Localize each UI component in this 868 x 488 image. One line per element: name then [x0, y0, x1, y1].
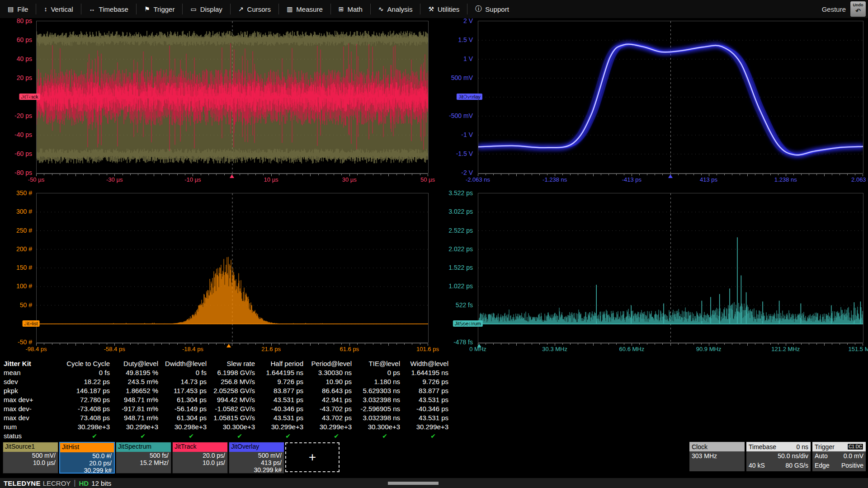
- cursor-arrow-icon: ↗: [238, 5, 244, 13]
- x-axis-jittrack: -50 µs-30 µs-10 µs10 µs30 µs50 µs: [36, 174, 428, 184]
- measure-value: 1.644195 ns: [400, 368, 448, 377]
- axis-tick: [847, 174, 848, 175]
- axis-tick: [593, 343, 594, 346]
- add-trace-button[interactable]: +: [285, 442, 340, 472]
- trace-descriptor-jittrack[interactable]: JitTrack20.0 ps/10.0 µs/: [172, 442, 228, 474]
- axis-tick: [662, 174, 663, 175]
- y-tick-label: 522 fs: [456, 301, 473, 309]
- axis-tick: [585, 343, 586, 345]
- axis-tick: [107, 174, 107, 175]
- menu-item-analysis[interactable]: ∿Analysis: [371, 0, 420, 18]
- axis-tick: [647, 174, 647, 175]
- axis-tick: [396, 343, 397, 345]
- trace-descriptor-jithist[interactable]: JitHist50.0 #/20.0 ps/30.299 k#: [59, 442, 115, 474]
- trace-descriptor-title: JitOverlay: [229, 442, 284, 452]
- measure-value: 0 fs: [61, 368, 110, 377]
- measure-value: 73.408 ps: [61, 413, 110, 422]
- clock-box[interactable]: Clock 303 MHz: [689, 442, 745, 471]
- axis-tick: [763, 174, 763, 175]
- plot-jitoverlay[interactable]: JitOverlay: [478, 21, 863, 174]
- measure-value: 948.71 m%: [110, 413, 158, 422]
- trace-descriptor-jitoverlay[interactable]: JitOverlay500 mV/413 ps/30.299 k#: [229, 442, 284, 474]
- column-header-2: Duty@level: [110, 359, 158, 368]
- axis-tick: [624, 174, 624, 175]
- timebase-scale-row: 50.0 ns/div: [746, 451, 811, 461]
- x-tick-label: -1.238 ns: [542, 176, 567, 183]
- measure-value: 30.299e+3: [303, 422, 352, 432]
- menu-item-cursors[interactable]: ↗Cursors: [231, 0, 278, 18]
- undo-button[interactable]: Undo ↶: [850, 1, 866, 17]
- row-label: max dev+: [4, 395, 61, 404]
- trace-descriptor-settings: 500 mV/10.0 µs/: [3, 452, 58, 466]
- menu-item-file[interactable]: ▤File: [0, 0, 36, 18]
- trace-descriptor-jitspectrum[interactable]: JitSpectrum500 fs/15.2 MHz/: [116, 442, 171, 474]
- axis-tick: [232, 343, 232, 346]
- ruler-icon: ▥: [287, 5, 292, 13]
- axis-tick: [501, 343, 501, 345]
- axis-tick: [248, 343, 248, 345]
- axis-tick: [609, 343, 609, 345]
- menu-item-timebase[interactable]: ↔Timebase: [81, 0, 136, 18]
- timebase-box[interactable]: Timebase 0 ns 50.0 ns/div 40 kS 80 GS/s: [746, 442, 811, 471]
- x-tick-label: -18.4 ps: [182, 346, 203, 352]
- plot-jittrack[interactable]: JitTrack: [36, 21, 429, 174]
- menu-item-support[interactable]: ⓘSupport: [467, 0, 517, 18]
- trace-descriptor-settings: 500 mV/413 ps/30.299 k#: [229, 452, 284, 474]
- axis-tick: [365, 343, 365, 345]
- trace-descriptor-settings: 50.0 #/20.0 ps/30.299 k#: [60, 452, 114, 474]
- axis-tick: [263, 174, 264, 175]
- axis-tick: [616, 343, 617, 345]
- measure-value: 30.300e+3: [207, 422, 255, 432]
- taskbar-drag-handle[interactable]: [388, 482, 439, 485]
- axis-tick: [75, 343, 76, 346]
- clock-value-row: 303 MHz: [689, 451, 745, 461]
- trace-descriptor-jitsource1[interactable]: JitSource1500 mV/10.0 µs/: [3, 442, 58, 474]
- measure-value: 9.726 ps: [400, 377, 448, 386]
- trigger-box[interactable]: Trigger C1 DC Auto 0.0 mV Edge Positive: [812, 442, 866, 471]
- axis-tick: [287, 343, 287, 345]
- y-tick-label: -60 ps: [14, 150, 32, 157]
- x-tick-label: 30.3 MHz: [542, 346, 567, 352]
- row-label: mean: [4, 368, 61, 377]
- menu-item-display[interactable]: ▭Display: [183, 0, 230, 18]
- axis-tick: [67, 174, 68, 175]
- axis-tick: [146, 343, 146, 345]
- axis-tick: [216, 343, 217, 345]
- menu-item-vertical[interactable]: ↕Vertical: [36, 0, 80, 18]
- menu-item-math[interactable]: ⊞Math: [331, 0, 370, 18]
- trace-setting-line: 20.0 ps/: [175, 452, 225, 459]
- axis-tick: [539, 174, 540, 175]
- axis-tick: [639, 174, 640, 175]
- trigger-box-header: Trigger C1 DC: [812, 442, 866, 451]
- timebase-offset: 0 ns: [797, 443, 808, 450]
- measure-value: 2.05258 GV/s: [207, 386, 255, 395]
- column-header-3: Dwidth@level: [158, 359, 207, 368]
- status-check-icon: ✔: [352, 432, 400, 441]
- tools-icon: ⚒: [428, 5, 434, 13]
- axis-tick: [91, 343, 91, 345]
- y-tick-label: 40 ps: [17, 55, 32, 62]
- axis-tick: [770, 343, 771, 345]
- menu-item-trigger[interactable]: ⚑Trigger: [137, 0, 183, 18]
- menu-item-measure[interactable]: ▥Measure: [279, 0, 330, 18]
- measure-table-title: Jitter Kit: [4, 359, 61, 368]
- menu-item-label-file: File: [17, 5, 28, 13]
- menu-item-label-cursors: Cursors: [247, 5, 271, 13]
- axis-tick: [99, 343, 99, 345]
- axis-tick: [52, 343, 52, 345]
- measure-value: 3.032398 ns: [352, 413, 400, 422]
- axis-tick: [532, 174, 532, 175]
- plot-jithist[interactable]: JitHist: [36, 193, 429, 343]
- axis-tick: [755, 343, 755, 345]
- measure-value: 30.299e+3: [400, 422, 448, 432]
- measure-value: 30.299e+3: [255, 422, 303, 432]
- axis-tick: [99, 174, 99, 175]
- axis-tick: [240, 343, 240, 345]
- menu-item-utilities[interactable]: ⚒Utilities: [420, 0, 467, 18]
- axis-tick: [693, 343, 694, 345]
- axis-tick: [302, 343, 303, 345]
- axis-tick: [365, 174, 365, 175]
- axis-tick: [562, 343, 563, 345]
- trigger-mode-row: Auto 0.0 mV: [812, 451, 866, 461]
- plot-jitspectrum[interactable]: JitSpectrum: [478, 193, 863, 343]
